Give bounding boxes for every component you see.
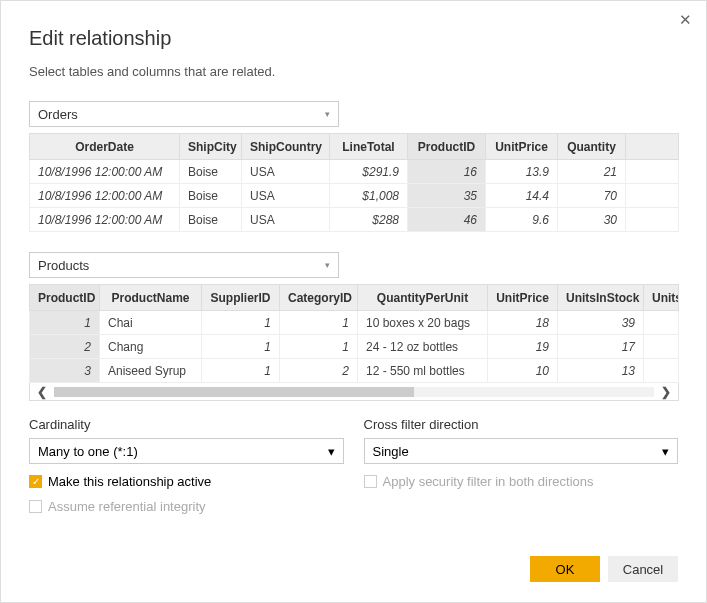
- col-header: [626, 134, 679, 160]
- col-header[interactable]: UnitPrice: [486, 134, 558, 160]
- cell: [626, 208, 679, 232]
- cell: USA: [242, 208, 330, 232]
- table1-dropdown[interactable]: Orders ▾: [29, 101, 339, 127]
- cell: 1: [280, 335, 358, 359]
- col-header[interactable]: UnitPrice: [488, 285, 558, 311]
- cell: Chai: [100, 311, 202, 335]
- col-header[interactable]: ShipCity: [180, 134, 242, 160]
- cell: 13: [558, 359, 644, 383]
- cell: [644, 311, 679, 335]
- cardinality-label: Cardinality: [29, 417, 344, 432]
- crossfilter-label: Cross filter direction: [364, 417, 679, 432]
- integrity-label: Assume referential integrity: [48, 499, 206, 514]
- cell: Boise: [180, 184, 242, 208]
- scroll-thumb[interactable]: [54, 387, 414, 397]
- cell: 10/8/1996 12:00:00 AM: [30, 208, 180, 232]
- chevron-down-icon: ▾: [328, 444, 335, 459]
- col-header[interactable]: SupplierID: [202, 285, 280, 311]
- cell: 1: [280, 311, 358, 335]
- chevron-down-icon: ▾: [325, 260, 330, 270]
- table-row[interactable]: 1Chai1110 boxes x 20 bags1839: [30, 311, 679, 335]
- table-row[interactable]: 10/8/1996 12:00:00 AMBoiseUSA$291.91613.…: [30, 160, 679, 184]
- dialog-subtitle: Select tables and columns that are relat…: [29, 64, 678, 79]
- cell: 12 - 550 ml bottles: [358, 359, 488, 383]
- cell: 1: [30, 311, 100, 335]
- cell: 13.9: [486, 160, 558, 184]
- cell: [644, 335, 679, 359]
- cell: 16: [408, 160, 486, 184]
- security-checkbox: [364, 475, 377, 488]
- cell: Aniseed Syrup: [100, 359, 202, 383]
- active-checkbox[interactable]: ✓: [29, 475, 42, 488]
- edit-relationship-dialog: ✕ Edit relationship Select tables and co…: [0, 0, 707, 603]
- table1-selected: Orders: [38, 107, 78, 122]
- security-label: Apply security filter in both directions: [383, 474, 594, 489]
- cell: 24 - 12 oz bottles: [358, 335, 488, 359]
- col-header[interactable]: UnitsOnOrder: [644, 285, 679, 311]
- cell: 21: [558, 160, 626, 184]
- cell: 19: [488, 335, 558, 359]
- cell: [644, 359, 679, 383]
- cell: 17: [558, 335, 644, 359]
- cell: 10: [488, 359, 558, 383]
- cell: 9.6: [486, 208, 558, 232]
- col-header[interactable]: OrderDate: [30, 134, 180, 160]
- ok-button[interactable]: OK: [530, 556, 600, 582]
- cell: 10/8/1996 12:00:00 AM: [30, 184, 180, 208]
- cell: 35: [408, 184, 486, 208]
- cell: 30: [558, 208, 626, 232]
- horizontal-scrollbar[interactable]: ❮ ❯: [29, 383, 679, 401]
- cell: [626, 184, 679, 208]
- cell: 3: [30, 359, 100, 383]
- cell: 18: [488, 311, 558, 335]
- table-row[interactable]: 10/8/1996 12:00:00 AMBoiseUSA$288469.630: [30, 208, 679, 232]
- scroll-right-icon[interactable]: ❯: [654, 385, 678, 399]
- active-label: Make this relationship active: [48, 474, 211, 489]
- col-header[interactable]: ProductID: [408, 134, 486, 160]
- cardinality-value: Many to one (*:1): [38, 444, 138, 459]
- scroll-track[interactable]: [54, 387, 654, 397]
- table2-selected: Products: [38, 258, 89, 273]
- table-row[interactable]: 10/8/1996 12:00:00 AMBoiseUSA$1,0083514.…: [30, 184, 679, 208]
- cell: Boise: [180, 160, 242, 184]
- cell: $1,008: [330, 184, 408, 208]
- cell: 10/8/1996 12:00:00 AM: [30, 160, 180, 184]
- cell: Boise: [180, 208, 242, 232]
- cell: USA: [242, 160, 330, 184]
- close-icon[interactable]: ✕: [679, 11, 692, 29]
- cell: USA: [242, 184, 330, 208]
- crossfilter-dropdown[interactable]: Single ▾: [364, 438, 679, 464]
- chevron-down-icon: ▾: [325, 109, 330, 119]
- table2-dropdown[interactable]: Products ▾: [29, 252, 339, 278]
- table1-preview: OrderDate ShipCity ShipCountry LineTotal…: [29, 133, 678, 232]
- cell: 46: [408, 208, 486, 232]
- table2-preview: ProductID ProductName SupplierID Categor…: [29, 284, 678, 401]
- cell: 39: [558, 311, 644, 335]
- cell: 1: [202, 335, 280, 359]
- cell: $291.9: [330, 160, 408, 184]
- crossfilter-value: Single: [373, 444, 409, 459]
- col-header[interactable]: Quantity: [558, 134, 626, 160]
- cancel-button[interactable]: Cancel: [608, 556, 678, 582]
- cell: 1: [202, 359, 280, 383]
- col-header[interactable]: QuantityPerUnit: [358, 285, 488, 311]
- cell: 14.4: [486, 184, 558, 208]
- col-header[interactable]: ShipCountry: [242, 134, 330, 160]
- cell: 10 boxes x 20 bags: [358, 311, 488, 335]
- col-header[interactable]: UnitsInStock: [558, 285, 644, 311]
- scroll-left-icon[interactable]: ❮: [30, 385, 54, 399]
- dialog-footer: OK Cancel: [530, 556, 678, 582]
- cell: 2: [280, 359, 358, 383]
- col-header[interactable]: LineTotal: [330, 134, 408, 160]
- table-row[interactable]: 3Aniseed Syrup1212 - 550 ml bottles1013: [30, 359, 679, 383]
- cardinality-dropdown[interactable]: Many to one (*:1) ▾: [29, 438, 344, 464]
- col-header[interactable]: ProductName: [100, 285, 202, 311]
- cell: 1: [202, 311, 280, 335]
- cell: 2: [30, 335, 100, 359]
- col-header[interactable]: ProductID: [30, 285, 100, 311]
- cell: $288: [330, 208, 408, 232]
- cell: Chang: [100, 335, 202, 359]
- table-row[interactable]: 2Chang1124 - 12 oz bottles1917: [30, 335, 679, 359]
- chevron-down-icon: ▾: [662, 444, 669, 459]
- col-header[interactable]: CategoryID: [280, 285, 358, 311]
